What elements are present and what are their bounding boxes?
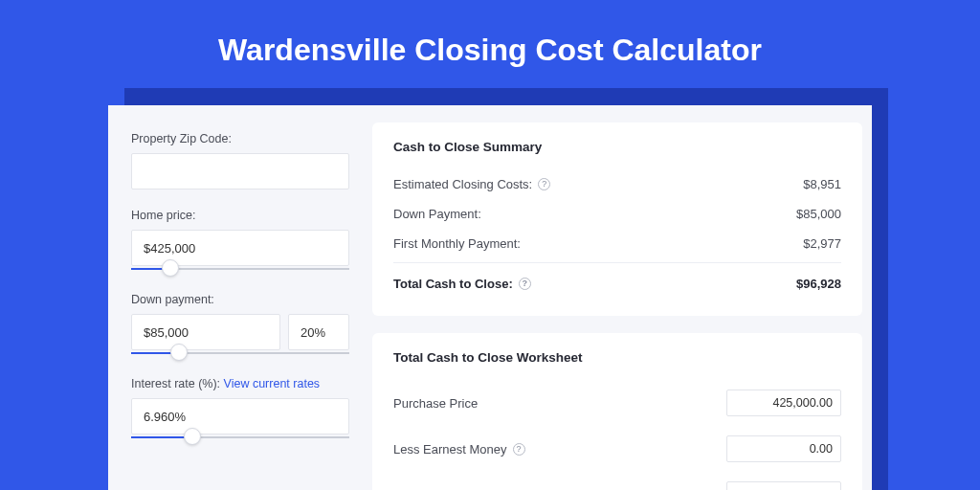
- worksheet-input[interactable]: [726, 390, 841, 416]
- summary-label: Estimated Closing Costs:: [393, 177, 532, 191]
- down-payment-label: Down payment:: [131, 293, 349, 306]
- worksheet-panel: Total Cash to Close Worksheet Purchase P…: [372, 333, 862, 490]
- home-price-slider[interactable]: [131, 264, 349, 274]
- home-price-label: Home price:: [131, 209, 349, 222]
- summary-panel: Cash to Close Summary Estimated Closing …: [372, 122, 862, 316]
- worksheet-row: Less Earnest Money ?: [393, 426, 841, 472]
- worksheet-row: Total Mortgage Loan Amount: [393, 472, 841, 490]
- inputs-column: Property Zip Code: Home price: Down paym…: [118, 122, 355, 490]
- summary-label: Down Payment:: [393, 207, 481, 221]
- zip-field: Property Zip Code:: [131, 132, 349, 189]
- help-icon[interactable]: ?: [519, 278, 531, 290]
- interest-rate-input[interactable]: [131, 398, 349, 434]
- summary-heading: Cash to Close Summary: [393, 140, 841, 154]
- summary-row: First Monthly Payment: $2,977: [393, 229, 841, 258]
- summary-row: Estimated Closing Costs: ? $8,951: [393, 169, 841, 199]
- interest-rate-slider[interactable]: [131, 433, 349, 442]
- down-payment-field: Down payment:: [131, 293, 349, 358]
- slider-thumb[interactable]: [184, 428, 201, 445]
- worksheet-input[interactable]: [726, 481, 841, 490]
- zip-label: Property Zip Code:: [131, 132, 349, 145]
- down-payment-slider[interactable]: [131, 348, 349, 358]
- zip-input[interactable]: [131, 153, 349, 189]
- summary-total-value: $96,928: [796, 277, 841, 291]
- interest-rate-field: Interest rate (%): View current rates: [131, 377, 349, 442]
- calculator-card: Property Zip Code: Home price: Down paym…: [108, 105, 872, 490]
- summary-total-row: Total Cash to Close: ? $96,928: [393, 262, 841, 299]
- results-column: Cash to Close Summary Estimated Closing …: [372, 122, 862, 490]
- page-title: Wardensville Closing Cost Calculator: [0, 0, 980, 68]
- worksheet-input[interactable]: [726, 435, 841, 462]
- summary-value: $2,977: [803, 236, 841, 251]
- summary-label: First Monthly Payment:: [393, 236, 521, 251]
- interest-rate-label: Interest rate (%): View current rates: [131, 377, 349, 390]
- worksheet-row: Purchase Price: [393, 380, 841, 426]
- summary-total-label: Total Cash to Close:: [393, 277, 513, 291]
- summary-value: $85,000: [796, 207, 841, 221]
- slider-thumb[interactable]: [170, 344, 188, 361]
- slider-thumb[interactable]: [162, 259, 179, 277]
- worksheet-label: Purchase Price: [393, 396, 478, 411]
- summary-row: Down Payment: $85,000: [393, 199, 841, 229]
- interest-rate-label-text: Interest rate (%):: [131, 377, 220, 390]
- down-payment-pct-input[interactable]: [288, 314, 349, 350]
- view-rates-link[interactable]: View current rates: [224, 377, 321, 390]
- down-payment-input[interactable]: [131, 314, 280, 350]
- help-icon[interactable]: ?: [513, 443, 525, 456]
- summary-value: $8,951: [803, 177, 841, 191]
- home-price-field: Home price:: [131, 209, 349, 274]
- worksheet-heading: Total Cash to Close Worksheet: [393, 350, 841, 365]
- help-icon[interactable]: ?: [538, 178, 550, 190]
- worksheet-label: Less Earnest Money: [393, 442, 507, 457]
